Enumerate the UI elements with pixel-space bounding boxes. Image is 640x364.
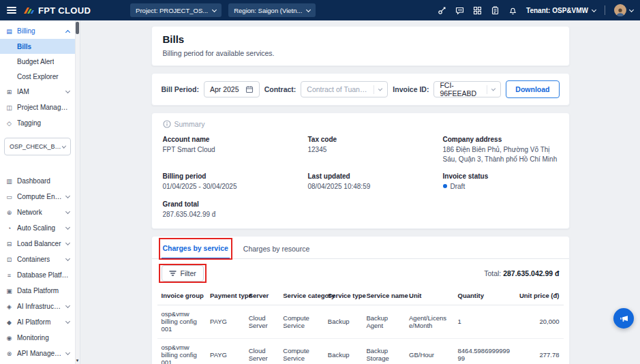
tab-charges-by-resource[interactable]: Charges by resource	[242, 240, 311, 258]
sidebar-item-ai-infrastructure[interactable]: ◈ AI Infrastructure	[0, 299, 75, 314]
sidebar-item-label: AI Infrastructure	[17, 303, 62, 310]
sidebar-item-devops[interactable]: ∞ DevOps	[0, 361, 75, 364]
sidebar-item-ai-platform[interactable]: ◆ AI Platform	[0, 314, 75, 330]
notification-bell-icon[interactable]	[508, 6, 517, 15]
sidebar-item-label: Dashboard	[17, 177, 50, 185]
charges-total: Total: 287.635.042.99 đ	[484, 269, 559, 277]
sidebar-item-data-platform[interactable]: ▣ Data Platform	[0, 283, 75, 299]
chevron-down-icon	[65, 319, 70, 324]
sidebar-project-select-value: OSP_CHECK_BILL_001	[10, 143, 63, 150]
page-subtitle: Billing period for available services.	[163, 49, 558, 57]
summary-title: Summary	[174, 120, 205, 128]
cell: Backup	[324, 305, 363, 339]
field-label: Tax code	[308, 136, 438, 143]
sidebar-item-database-platform[interactable]: ≡ Database Platform	[0, 267, 75, 283]
field-value: 287.635.042.99 đ	[163, 210, 303, 219]
sidebar-item-iam[interactable]: ⊞ IAM	[0, 84, 75, 100]
sidebar-scrollbar[interactable]: ▼	[75, 20, 80, 364]
tab-charges-by-service[interactable]: Charges by service	[162, 239, 230, 259]
select-divider	[487, 85, 487, 94]
sidebar-item-network[interactable]: ⊕ Network	[0, 204, 75, 220]
cell: Cloud Server	[245, 305, 279, 339]
ai-platform-icon: ◆	[5, 319, 13, 326]
filter-button[interactable]: Filter	[162, 265, 204, 282]
avatar	[614, 4, 626, 16]
sidebar-item-label: Budget Alert	[17, 58, 54, 65]
sidebar-subitem-bills[interactable]: Bills	[0, 39, 75, 54]
cell: Cloud Server	[245, 338, 279, 364]
sidebar-subitem-budget-alert[interactable]: Budget Alert	[0, 54, 75, 69]
project-dropdown[interactable]: Project: PROJECT_OS...	[130, 3, 222, 17]
contract-select-value: Contract of Tuannn52...	[307, 85, 369, 93]
sidebar-subitem-cost-explorer[interactable]: Cost Explorer	[0, 69, 75, 84]
grand-total-field: Grand total 287.635.042.99 đ	[163, 200, 303, 219]
filter-icon	[169, 270, 177, 277]
brand-text: FPT CLOUD	[38, 5, 91, 16]
sidebar-item-dashboard[interactable]: ▥ Dashboard	[0, 173, 75, 189]
database-platform-icon: ≡	[5, 272, 13, 279]
chat-icon[interactable]	[455, 6, 464, 15]
region-dropdown[interactable]: Region: Saigon (Vietn...	[228, 3, 316, 17]
cell: 277.78	[515, 338, 564, 364]
sidebar-item-monitoring[interactable]: ◉ Monitoring	[0, 330, 75, 346]
page-title: Bills	[163, 33, 558, 45]
download-button[interactable]: Download	[506, 80, 559, 98]
table-row: osp&vmw billing config 001 PAYG Cloud Se…	[157, 305, 564, 339]
sidebar-item-billing[interactable]: ▤ Billing	[0, 23, 75, 39]
tenant-label: Tenant: OSP&VMW	[526, 7, 588, 14]
bill-period-label: Bill Period:	[162, 85, 199, 93]
invoice-id-select-value: FCI-96FEEABD	[440, 81, 482, 97]
contract-select[interactable]: Contract of Tuannn52...	[301, 81, 388, 97]
changelog-icon[interactable]	[491, 6, 500, 15]
menu-icon[interactable]	[7, 7, 16, 14]
sidebar-item-label: Tagging	[17, 119, 41, 127]
bill-period-input[interactable]: Apr 2025	[204, 81, 260, 97]
last-updated-field: Last updated 08/04/2025 10:48:59	[308, 172, 438, 192]
table-row: osp&vmw billing config 001 PAYG Cloud Se…	[157, 338, 564, 364]
chevron-down-icon	[65, 303, 70, 308]
sidebar-item-tagging[interactable]: ◇ Tagging	[0, 115, 75, 131]
sidebar-item-project-management[interactable]: ◫ Project Management	[0, 100, 75, 115]
cell: Compute Service	[279, 338, 324, 364]
column-header: Service type	[324, 286, 363, 305]
chevron-down-icon	[65, 89, 70, 93]
apps-grid-icon[interactable]	[473, 6, 482, 15]
invoice-id-label: Invoice ID:	[393, 85, 429, 93]
field-label: Billing period	[163, 172, 303, 180]
cell: Agent/License/Month	[405, 305, 454, 339]
tax-code-field: Tax code 12345	[308, 136, 438, 164]
contract-label: Contract:	[264, 85, 296, 93]
sidebar-item-label: Database Platform	[17, 271, 70, 279]
sidebar-item-api-management[interactable]: ⊗ API Management	[0, 346, 75, 361]
user-avatar-menu[interactable]	[614, 4, 633, 16]
draft-status-dot	[443, 184, 447, 188]
company-address-field: Company address 186 Điện Biên Phủ, Phườn…	[443, 136, 558, 164]
sidebar-item-label: Cost Explorer	[17, 73, 59, 80]
cell: 8464.598699999999	[454, 338, 515, 364]
invoice-status-field: Invoice status Draft	[443, 172, 558, 192]
region-dropdown-label: Region: Saigon (Vietn...	[234, 7, 302, 14]
invoice-id-select[interactable]: FCI-96FEEABD	[433, 81, 501, 97]
scrollbar-down-arrow[interactable]: ▼	[75, 359, 80, 363]
cell: Backup Agent	[362, 305, 405, 339]
sidebar-item-load-balancer[interactable]: ⊟ Load Balancer	[0, 236, 75, 252]
wrench-icon[interactable]	[438, 6, 446, 15]
navbar-divider	[605, 5, 605, 15]
sidebar-item-containers[interactable]: ⊡ Containers	[0, 252, 75, 267]
sidebar-item-auto-scaling[interactable]: ◔ Auto Scaling	[0, 220, 75, 236]
column-header: Server	[245, 286, 279, 305]
brand-logo: FPT CLOUD	[23, 5, 91, 16]
filter-bar: Bill Period: Apr 2025 Contract: Contract…	[151, 73, 570, 106]
chevron-down-icon	[629, 7, 634, 12]
tenant-dropdown[interactable]: Tenant: OSP&VMW	[526, 7, 596, 14]
sidebar-item-label: Containers	[17, 256, 50, 263]
sidebar-project-select[interactable]: OSP_CHECK_BILL_001	[4, 138, 71, 155]
field-value: 12345	[308, 145, 438, 155]
auto-scaling-icon: ◔	[5, 225, 13, 232]
feedback-fab-button[interactable]	[613, 308, 634, 329]
sidebar: ▤ Billing Bills Budget Alert Cost Explor…	[0, 20, 80, 364]
tagging-icon: ◇	[5, 120, 13, 127]
sidebar-item-compute-engine[interactable]: ▭ Compute Engine	[0, 189, 75, 204]
scrollbar-thumb[interactable]	[76, 22, 79, 34]
iam-icon: ⊞	[5, 89, 13, 95]
